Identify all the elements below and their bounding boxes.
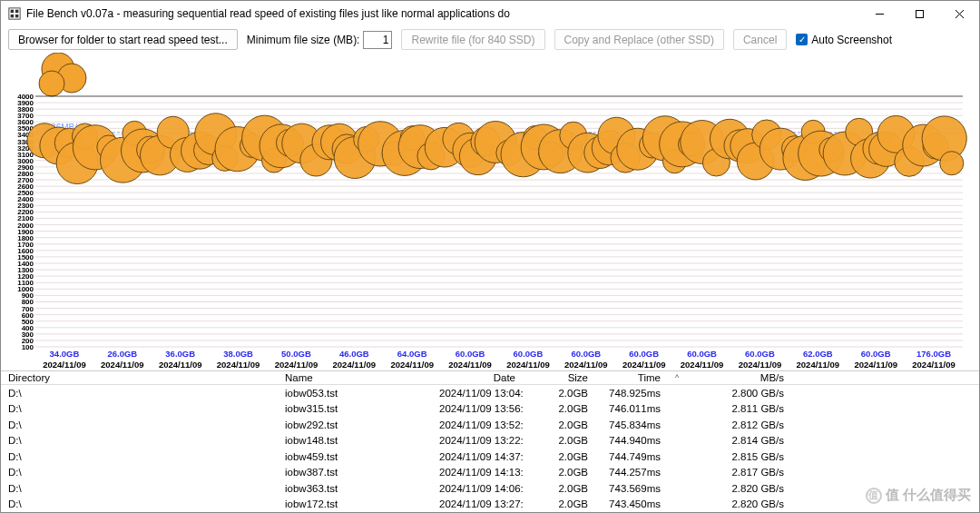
svg-text:60.0GB: 60.0GB	[629, 349, 659, 359]
cell-size: 2.0GB	[523, 498, 595, 509]
speed-chart: 1002003004005006007008009001000110012001…	[8, 53, 970, 370]
svg-text:4000: 4000	[17, 93, 34, 101]
svg-rect-3	[11, 15, 15, 18]
cell-date: 2024/11/09 14:06:37	[432, 483, 523, 494]
col-header-date[interactable]: Date	[432, 371, 523, 384]
table-row[interactable]: D:\iobw148.tst2024/11/09 13:22:172.0GB74…	[1, 433, 979, 449]
app-icon	[8, 7, 21, 20]
cell-date: 2024/11/09 13:04:15	[432, 388, 523, 399]
svg-text:60.0GB: 60.0GB	[514, 349, 544, 359]
cell-name: iobw172.tst	[278, 498, 432, 509]
cell-directory: D:\	[1, 467, 278, 478]
rewrite-file-button[interactable]: Rewrite file (for 840 SSD)	[401, 29, 544, 50]
svg-text:2024/11/09: 2024/11/09	[43, 360, 86, 370]
cell-time: 743.450ms	[595, 498, 668, 509]
min-file-size-label: Minimum file size (MB):	[247, 34, 360, 46]
table-header: Directory Name Date Size Time ^ MB/s	[1, 371, 979, 385]
cell-date: 2024/11/09 13:27:10	[432, 498, 523, 509]
cell-mbs: 2.812 GB/s	[682, 419, 791, 430]
svg-rect-1	[11, 10, 15, 14]
cell-directory: D:\	[1, 498, 278, 509]
col-header-size[interactable]: Size	[523, 371, 595, 384]
svg-text:2024/11/09: 2024/11/09	[333, 360, 377, 370]
cell-date: 2024/11/09 13:22:17	[432, 435, 523, 446]
cell-time: 743.569ms	[595, 483, 668, 494]
auto-screenshot-label: Auto Screenshot	[811, 34, 892, 46]
table-row[interactable]: D:\iobw292.tst2024/11/09 13:52:052.0GB74…	[1, 417, 979, 433]
chart-area: 1002003004005006007008009001000110012001…	[1, 53, 979, 370]
svg-rect-4	[15, 15, 19, 18]
svg-text:50.0GB: 50.0GB	[281, 349, 311, 359]
cell-date: 2024/11/09 13:56:52	[432, 403, 523, 414]
cell-time: 744.940ms	[595, 435, 668, 446]
svg-text:2024/11/09: 2024/11/09	[564, 360, 608, 370]
cell-date: 2024/11/09 14:13:46	[432, 467, 523, 478]
close-button[interactable]	[939, 1, 979, 26]
title-bar: File Bench v0.07a - measuring sequential…	[1, 1, 979, 26]
table-row[interactable]: D:\iobw363.tst2024/11/09 14:06:372.0GB74…	[1, 480, 979, 497]
cell-name: iobw363.tst	[278, 483, 432, 494]
toolbar: Browser for folder to start read speed t…	[1, 26, 979, 53]
cell-time: 744.257ms	[595, 467, 668, 478]
cell-directory: D:\	[1, 388, 278, 399]
cell-time: 748.925ms	[595, 388, 668, 399]
cell-name: iobw292.tst	[278, 419, 432, 430]
cancel-button[interactable]: Cancel	[733, 29, 787, 50]
svg-text:38.0GB: 38.0GB	[223, 349, 253, 359]
svg-text:2024/11/09: 2024/11/09	[912, 360, 956, 370]
cell-time: 745.834ms	[595, 419, 668, 430]
svg-text:2024/11/09: 2024/11/09	[797, 360, 840, 370]
browse-folder-button[interactable]: Browser for folder to start read speed t…	[8, 29, 238, 50]
cell-mbs: 2.814 GB/s	[682, 435, 791, 446]
svg-text:26.0GB: 26.0GB	[107, 349, 137, 359]
svg-text:34.0GB: 34.0GB	[50, 349, 80, 359]
cell-mbs: 2.811 GB/s	[682, 403, 791, 414]
svg-text:2024/11/09: 2024/11/09	[390, 360, 434, 370]
cell-name: iobw387.tst	[278, 467, 432, 478]
cell-size: 2.0GB	[523, 388, 595, 399]
cell-name: iobw459.tst	[278, 451, 432, 462]
svg-rect-6	[916, 10, 923, 17]
cell-name: iobw053.tst	[278, 388, 432, 399]
col-header-directory[interactable]: Directory	[1, 371, 278, 384]
col-header-time[interactable]: Time	[595, 371, 668, 384]
svg-text:176.0GB: 176.0GB	[916, 349, 951, 359]
cell-mbs: 2.820 GB/s	[682, 498, 791, 509]
copy-replace-button[interactable]: Copy and Replace (other SSD)	[554, 29, 724, 50]
cell-mbs: 2.820 GB/s	[682, 483, 791, 494]
cell-date: 2024/11/09 13:52:05	[432, 419, 523, 430]
cell-size: 2.0GB	[523, 467, 595, 478]
cell-size: 2.0GB	[523, 451, 595, 462]
chart-bubbles	[27, 53, 966, 183]
cell-mbs: 2.817 GB/s	[682, 467, 791, 478]
svg-text:2024/11/09: 2024/11/09	[159, 360, 202, 370]
svg-point-206	[940, 152, 964, 175]
cell-time: 744.749ms	[595, 451, 668, 462]
svg-text:2024/11/09: 2024/11/09	[681, 360, 724, 370]
table-row[interactable]: D:\iobw315.tst2024/11/09 13:56:522.0GB74…	[1, 401, 979, 418]
cell-size: 2.0GB	[523, 403, 595, 414]
sort-indicator-icon: ^	[668, 371, 682, 384]
auto-screenshot-checkbox[interactable]: ✓ Auto Screenshot	[796, 34, 892, 46]
cell-size: 2.0GB	[523, 419, 595, 430]
results-table: Directory Name Date Size Time ^ MB/s D:\…	[1, 370, 979, 512]
svg-text:62.0GB: 62.0GB	[803, 349, 833, 359]
cell-directory: D:\	[1, 403, 278, 414]
cell-directory: D:\	[1, 419, 278, 430]
table-row[interactable]: D:\iobw387.tst2024/11/09 14:13:462.0GB74…	[1, 465, 979, 481]
svg-text:2024/11/09: 2024/11/09	[217, 360, 260, 370]
maximize-button[interactable]	[899, 1, 939, 26]
cell-mbs: 2.815 GB/s	[682, 451, 791, 462]
min-file-size-input[interactable]	[363, 31, 392, 49]
col-header-mbs[interactable]: MB/s	[682, 371, 791, 384]
cell-name: iobw315.tst	[278, 403, 432, 414]
table-row[interactable]: D:\iobw053.tst2024/11/09 13:04:152.0GB74…	[1, 385, 979, 401]
table-row[interactable]: D:\iobw172.tst2024/11/09 13:27:102.0GB74…	[1, 497, 979, 513]
minimize-button[interactable]	[859, 1, 899, 26]
svg-text:2024/11/09: 2024/11/09	[506, 360, 550, 370]
svg-text:2024/11/09: 2024/11/09	[854, 360, 897, 370]
col-header-name[interactable]: Name	[278, 371, 432, 384]
table-row[interactable]: D:\iobw459.tst2024/11/09 14:37:382.0GB74…	[1, 449, 979, 465]
svg-rect-2	[15, 10, 19, 14]
window-title: File Bench v0.07a - measuring sequential…	[26, 7, 510, 20]
